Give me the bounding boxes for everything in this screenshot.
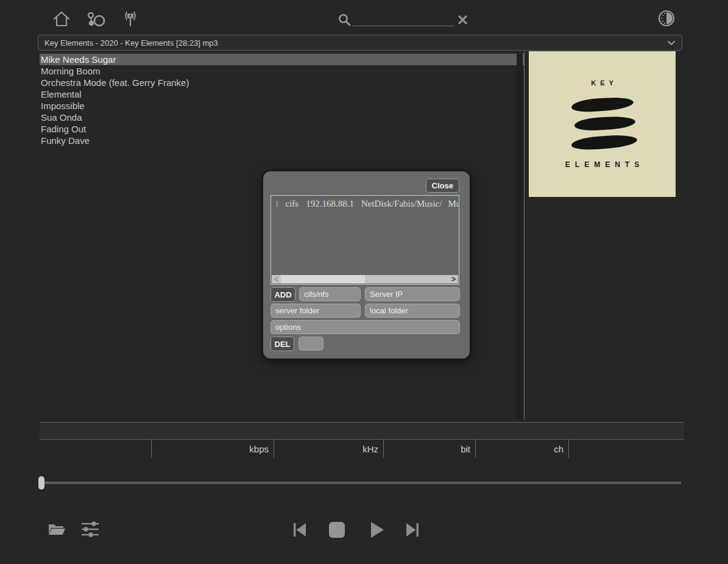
playlist: Mike Needs Sugar Morning Boom Orchestra … (40, 54, 524, 146)
folder-open-icon (48, 521, 66, 538)
close-button[interactable]: Close (426, 179, 459, 193)
play-button[interactable] (368, 521, 385, 539)
play-icon (368, 521, 385, 539)
mount-server-ip: 192.168.88.1 (306, 199, 354, 209)
vertical-divider (524, 51, 525, 419)
server-folder-input[interactable] (270, 304, 361, 318)
playlist-item[interactable]: Morning Boom (40, 65, 524, 77)
next-track-button[interactable] (405, 522, 420, 538)
network-graph-icon (86, 11, 107, 28)
stat-cell-channels: ch (476, 440, 569, 458)
stat-cell-bitdepth: bit (384, 440, 476, 458)
album-art-title-top: KEY (587, 79, 618, 87)
stat-cell-samplerate: kHz (274, 440, 384, 458)
brush-stroke (571, 134, 637, 151)
stat-cell-empty (569, 440, 684, 458)
server-ip-input[interactable] (365, 287, 460, 301)
equalizer-settings-button[interactable] (81, 521, 99, 538)
close-x-icon (458, 15, 468, 25)
open-folder-button[interactable] (48, 521, 66, 538)
playlist-item[interactable]: Funky Dave (40, 135, 524, 146)
scroll-right-arrow[interactable]: > (449, 275, 458, 284)
search-clear-button[interactable] (458, 15, 468, 25)
chevron-down-icon (667, 40, 676, 46)
stop-button[interactable] (328, 521, 345, 538)
album-select-value: Key Elements - 2020 - Key Elements [28:2… (44, 38, 218, 48)
brush-stroke (571, 96, 634, 113)
playlist-item[interactable]: Mike Needs Sugar (40, 54, 524, 65)
options-input[interactable] (270, 320, 460, 334)
mount-local-path: Mu (448, 199, 459, 209)
horizontal-scrollbar[interactable]: < > (272, 275, 458, 284)
stat-cell-bitrate: kbps (152, 440, 274, 458)
delete-index-input[interactable] (299, 337, 323, 351)
stream-stats-row: kbps kHz bit ch (40, 440, 684, 458)
theme-toggle-button[interactable] (657, 9, 676, 27)
mount-server-path: NetDisk/Fabis/Music/ (361, 199, 442, 209)
broadcast-antenna-icon (121, 10, 140, 28)
mount-type-input[interactable] (299, 287, 361, 301)
search-input[interactable] (352, 13, 454, 26)
playlist-scrollbar[interactable] (517, 54, 523, 418)
mount-type: cifs (286, 199, 299, 209)
now-playing-info-bar (40, 423, 684, 439)
previous-track-button[interactable] (292, 522, 308, 538)
samplerate-unit-label: kHz (362, 444, 378, 454)
previous-icon (292, 522, 308, 538)
search-field-wrap (352, 13, 454, 26)
home-icon (52, 10, 71, 28)
network-mount-dialog: Close 1cifs192.168.88.1NetDisk/Fabis/Mus… (263, 171, 470, 359)
bitdepth-unit-label: bit (461, 444, 470, 454)
radio-stream-button[interactable] (121, 10, 140, 28)
sliders-icon (81, 521, 99, 538)
contrast-icon (657, 9, 676, 27)
stat-cell-empty (40, 440, 152, 458)
delete-mount-button[interactable]: DEL (270, 337, 294, 351)
seek-slider-track[interactable] (40, 482, 681, 484)
home-button[interactable] (52, 10, 71, 28)
add-mount-button[interactable]: ADD (270, 287, 295, 302)
search-icon (337, 13, 352, 27)
playlist-item[interactable]: Sua Onda (40, 112, 524, 123)
next-icon (405, 522, 420, 538)
mount-index: 1 (275, 199, 280, 209)
playlist-item[interactable]: Orchestra Mode (feat. Gerry Franke) (40, 77, 524, 88)
channels-unit-label: ch (554, 444, 564, 454)
stop-icon (328, 521, 345, 538)
playlist-item[interactable]: Elemental (40, 88, 524, 100)
seek-slider-thumb[interactable] (38, 476, 44, 490)
bitrate-unit-label: kbps (249, 444, 269, 454)
player-window: Key Elements - 2020 - Key Elements [28:2… (0, 0, 728, 564)
mount-list-panel: 1cifs192.168.88.1NetDisk/Fabis/Music/Mu … (270, 195, 459, 285)
album-select-dropdown[interactable]: Key Elements - 2020 - Key Elements [28:2… (38, 35, 682, 51)
mount-list-row[interactable]: 1cifs192.168.88.1NetDisk/Fabis/Music/Mu (271, 196, 459, 209)
scroll-left-arrow[interactable]: < (272, 275, 281, 284)
brush-stroke (574, 115, 635, 131)
local-folder-input[interactable] (365, 304, 460, 318)
network-shares-button[interactable] (86, 11, 107, 28)
playlist-item[interactable]: Fading Out (40, 123, 524, 135)
scrollbar-thumb[interactable] (281, 275, 365, 284)
album-art: KEY ELEMENTS (529, 51, 676, 197)
playlist-item[interactable]: Impossible (40, 100, 524, 112)
album-art-title-bottom: ELEMENTS (560, 160, 644, 169)
